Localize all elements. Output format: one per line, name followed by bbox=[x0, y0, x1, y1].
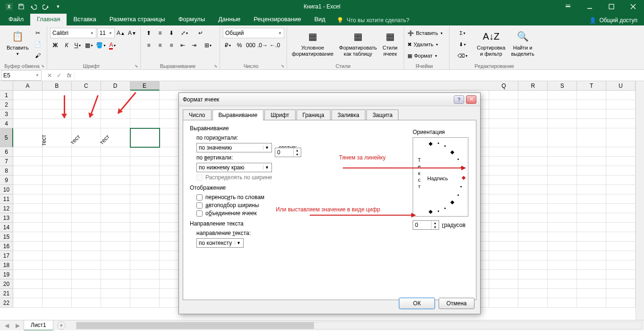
tab-review[interactable]: Рецензирование bbox=[247, 14, 307, 25]
tell-me[interactable]: 💡Что вы хотите сделать? bbox=[332, 15, 414, 25]
copy-icon[interactable]: 📄 bbox=[33, 39, 43, 50]
row-7[interactable]: 7 bbox=[0, 157, 13, 166]
row-17[interactable]: 17 bbox=[0, 251, 13, 260]
cancel-formula-icon[interactable]: ✕ bbox=[47, 72, 52, 79]
cancel-button[interactable]: Отмена bbox=[439, 298, 475, 309]
italic-button[interactable]: К bbox=[61, 40, 72, 50]
sheet-nav-prev-icon[interactable]: ◀ bbox=[2, 322, 12, 329]
sheet-nav-next-icon[interactable]: ▶ bbox=[13, 322, 23, 329]
row-22[interactable]: 22 bbox=[0, 298, 13, 308]
currency-icon[interactable]: ₽▼ bbox=[223, 40, 233, 50]
dialog-close-icon[interactable]: ✕ bbox=[466, 95, 476, 104]
find-select-button[interactable]: 🔍Найти и выделить bbox=[509, 28, 536, 61]
orientation-icon[interactable]: ⤢▼ bbox=[178, 28, 192, 38]
row-11[interactable]: 11 bbox=[0, 194, 13, 204]
horizontal-scrollbar[interactable] bbox=[76, 322, 642, 329]
number-format-combo[interactable]: Общий▼ bbox=[223, 28, 284, 38]
close-icon[interactable] bbox=[622, 0, 644, 13]
dlg-tab-border[interactable]: Граница bbox=[297, 109, 330, 120]
shrink-font-icon[interactable]: A▼ bbox=[127, 28, 137, 38]
format-painter-icon[interactable]: 🖌 bbox=[33, 50, 43, 61]
save-icon[interactable] bbox=[16, 1, 26, 12]
col-T[interactable]: T bbox=[577, 81, 606, 91]
row-4[interactable]: 4 bbox=[0, 119, 13, 128]
cell-C5[interactable]: тест bbox=[72, 128, 101, 147]
tab-home[interactable]: Главная bbox=[30, 14, 67, 25]
orient-vertical-text[interactable]: Текст bbox=[416, 157, 423, 190]
dlg-tab-font[interactable]: Шрифт bbox=[264, 109, 295, 120]
row-2[interactable]: 2 bbox=[0, 100, 13, 109]
tab-formulas[interactable]: Формулы bbox=[172, 14, 212, 25]
cell-B5[interactable]: тест bbox=[42, 128, 72, 147]
align-center-icon[interactable]: ≡ bbox=[155, 40, 165, 50]
col-A[interactable]: A bbox=[13, 81, 42, 91]
col-D[interactable]: D bbox=[101, 81, 130, 91]
degrees-spinner[interactable]: ▲▼ bbox=[413, 220, 439, 230]
fill-icon[interactable]: ⬇ ▼ bbox=[452, 39, 473, 50]
row-10[interactable]: 10 bbox=[0, 185, 13, 194]
increase-decimal-icon[interactable]: .0→ bbox=[257, 40, 268, 50]
grow-font-icon[interactable]: A▲ bbox=[116, 28, 126, 38]
row-8[interactable]: 8 bbox=[0, 166, 13, 176]
cell-D5[interactable]: тест bbox=[101, 128, 130, 147]
cell-E5[interactable] bbox=[130, 128, 160, 147]
font-color-button[interactable]: A▼ bbox=[108, 40, 118, 50]
align-top-icon[interactable]: ⬆ bbox=[144, 28, 154, 38]
paste-button[interactable]: 📋Вставить▼ bbox=[5, 28, 31, 61]
tab-layout[interactable]: Разметка страницы bbox=[103, 14, 172, 25]
align-left-icon[interactable]: ≡ bbox=[144, 40, 154, 50]
ribbon-options-icon[interactable] bbox=[557, 0, 579, 13]
minimize-icon[interactable] bbox=[579, 0, 601, 13]
cells-delete-button[interactable]: ✖ Удалить ▼ bbox=[407, 39, 448, 50]
font-family-combo[interactable]: Calibri▼ bbox=[50, 28, 96, 38]
vert-align-select[interactable]: по нижнему краю▼ bbox=[196, 163, 272, 172]
undo-icon[interactable] bbox=[28, 1, 39, 12]
dlg-tab-protect[interactable]: Защита bbox=[366, 109, 399, 120]
cells-format-button[interactable]: ▦ Формат ▼ bbox=[407, 50, 448, 61]
indent-decrease-icon[interactable]: ⇤ bbox=[178, 40, 188, 50]
share-button[interactable]: 👤Общий доступ bbox=[583, 15, 644, 25]
col-Q[interactable]: Q bbox=[489, 81, 518, 91]
orientation-widget[interactable]: Текст Надпись bbox=[413, 137, 468, 217]
tab-view[interactable]: Вид bbox=[308, 14, 332, 25]
row-15[interactable]: 15 bbox=[0, 232, 13, 242]
col-R[interactable]: R bbox=[518, 81, 548, 91]
dlg-tab-fill[interactable]: Заливка bbox=[331, 109, 365, 120]
wrap-checkbox[interactable] bbox=[196, 194, 203, 201]
comma-icon[interactable]: 000 bbox=[246, 40, 256, 50]
add-sheet-button[interactable]: + bbox=[57, 321, 66, 330]
horiz-align-select[interactable]: по значению▼ bbox=[196, 143, 272, 152]
row-18[interactable]: 18 bbox=[0, 260, 13, 270]
border-button[interactable]: ▦▼ bbox=[84, 40, 94, 50]
excel-icon[interactable]: X bbox=[4, 1, 14, 12]
tab-data[interactable]: Данные bbox=[212, 14, 247, 25]
align-right-icon[interactable]: ≡ bbox=[166, 40, 177, 50]
vertical-scrollbar[interactable] bbox=[636, 81, 644, 320]
row-12[interactable]: 12 bbox=[0, 204, 13, 213]
merge-icon[interactable]: ⊞▼ bbox=[200, 40, 216, 50]
tab-file[interactable]: Файл bbox=[2, 14, 30, 25]
row-5[interactable]: 5 bbox=[0, 128, 13, 147]
row-3[interactable]: 3 bbox=[0, 109, 13, 119]
sheet-tab-1[interactable]: Лист1 bbox=[24, 320, 53, 330]
fx-icon[interactable]: fx bbox=[67, 72, 74, 79]
row-1[interactable]: 1 bbox=[0, 91, 13, 100]
bold-button[interactable]: Ж bbox=[50, 40, 60, 50]
dialog-help-icon[interactable]: ? bbox=[454, 95, 464, 104]
font-size-combo[interactable]: 11▼ bbox=[97, 28, 115, 38]
indent-spinner[interactable]: ▲▼ bbox=[275, 148, 301, 157]
clipboard-launcher[interactable]: ⬊ bbox=[41, 64, 46, 68]
cut-icon[interactable]: ✂ bbox=[33, 28, 43, 38]
name-box[interactable]: E5▼ bbox=[1, 70, 42, 81]
maximize-icon[interactable] bbox=[601, 0, 622, 13]
cell-styles-button[interactable]: ▦Стили ячеек bbox=[381, 28, 399, 58]
clear-icon[interactable]: ⌫ ▼ bbox=[452, 50, 473, 61]
autosum-icon[interactable]: Σ ▼ bbox=[452, 28, 473, 38]
cells-insert-button[interactable]: ➕ Вставить ▼ bbox=[407, 28, 448, 38]
row-14[interactable]: 14 bbox=[0, 223, 13, 232]
qat-customize-icon[interactable]: ▼ bbox=[53, 1, 63, 12]
fill-color-button[interactable]: 🪣▼ bbox=[95, 40, 107, 50]
redo-icon[interactable] bbox=[41, 1, 51, 12]
ok-button[interactable]: ОК bbox=[399, 298, 435, 309]
text-direction-select[interactable]: по контексту▼ bbox=[196, 238, 244, 248]
